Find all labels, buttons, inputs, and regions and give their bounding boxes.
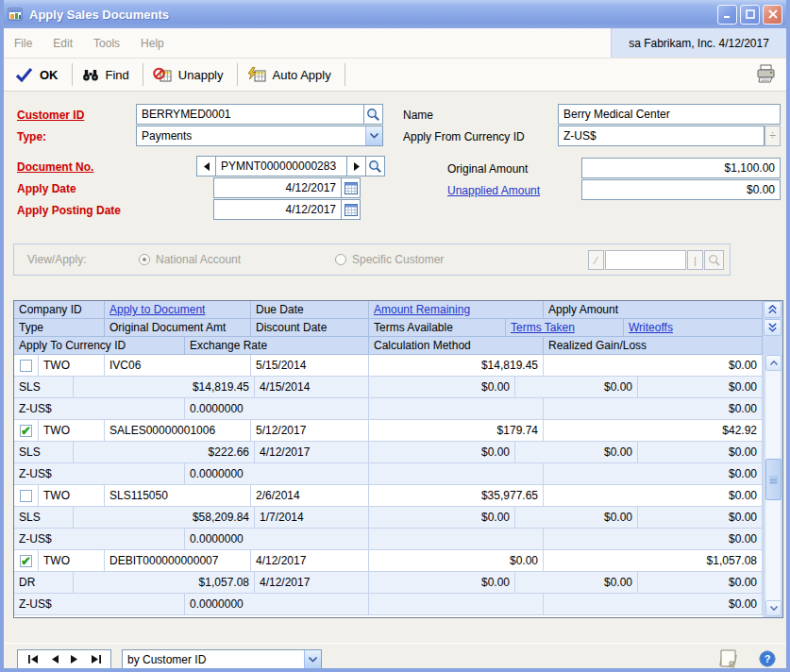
lookup-magnifier-icon — [368, 160, 382, 174]
apply-date-field[interactable]: 4/12/2017 — [213, 177, 361, 198]
nav-last-icon[interactable] — [91, 655, 101, 664]
unapplied-amount-link[interactable]: Unapplied Amount — [447, 184, 540, 197]
amount-remaining-cell: $14,819.45 — [369, 355, 544, 376]
specific-customer-radio — [335, 254, 346, 265]
menu-file[interactable]: File — [4, 37, 42, 50]
type-dropdown-button[interactable] — [365, 126, 382, 145]
apply-checkbox[interactable] — [20, 425, 32, 437]
document-no-label[interactable]: Document No. — [17, 160, 93, 174]
col-original-document-amt: Original Document Amt — [105, 319, 251, 336]
apply-checkbox-cell — [14, 485, 39, 506]
print-button[interactable] — [756, 64, 777, 86]
col-due-date: Due Date — [251, 301, 369, 318]
apply-posting-date-field[interactable]: 4/12/2017 — [213, 199, 361, 220]
doc-row-main: TWODEBIT0000000000074/12/2017$0.00$1,057… — [14, 550, 763, 572]
writeoffs-cell[interactable]: $0.00 — [638, 507, 763, 528]
writeoffs-cell[interactable]: $0.00 — [638, 572, 763, 593]
app-icon — [8, 7, 24, 23]
discount-date-cell: 4/12/2017 — [255, 442, 369, 462]
apply-amount-cell[interactable]: $0.00 — [544, 485, 763, 506]
due-date-cell: 2/6/2014 — [251, 485, 369, 506]
auto-apply-button[interactable]: Auto Apply — [242, 63, 341, 87]
apply-posting-date-calendar-button[interactable] — [341, 200, 360, 219]
document-no-lookup-button[interactable] — [365, 157, 384, 176]
terms-taken-cell[interactable]: $0.00 — [515, 572, 638, 593]
nav-prev-icon[interactable] — [51, 655, 59, 664]
customer-id-field[interactable]: BERRYMED0001 — [136, 104, 383, 125]
collapse-detail-button[interactable] — [764, 301, 782, 318]
ok-button[interactable]: OK — [9, 63, 68, 87]
type-dropdown[interactable]: Payments — [136, 126, 383, 146]
apply-date-label: Apply Date — [17, 182, 76, 195]
sort-dropdown-button[interactable] — [304, 650, 321, 668]
customer-id-label[interactable]: Customer ID — [17, 109, 84, 122]
scroll-down-button[interactable] — [765, 600, 782, 616]
col-writeoffs[interactable]: Writeoffs — [624, 319, 763, 336]
type-label: Type: — [17, 130, 46, 143]
unapplied-amount-value: $0.00 — [582, 183, 780, 196]
apply-amount-cell[interactable]: $42.92 — [544, 420, 763, 441]
scroll-up-button[interactable] — [765, 355, 782, 371]
apply-date-calendar-button[interactable] — [341, 178, 360, 197]
nav-first-icon[interactable] — [28, 655, 39, 664]
toolbar-separator — [237, 63, 238, 86]
document-no-control[interactable]: PYMNT000000000283 — [196, 156, 385, 176]
help-button[interactable]: ? — [759, 650, 776, 667]
minimize-button[interactable] — [717, 5, 737, 25]
col-amount-remaining[interactable]: Amount Remaining — [369, 301, 544, 318]
previous-document-button[interactable] — [197, 157, 216, 176]
minimize-icon — [723, 10, 732, 19]
writeoffs-cell[interactable]: $0.00 — [638, 442, 763, 462]
name-field: Berry Medical Center — [558, 104, 781, 125]
currency-expansion-button[interactable]: ÷ — [765, 126, 781, 146]
apply-checkbox[interactable] — [20, 360, 32, 372]
col-apply-to-currency-id: Apply To Currency ID — [14, 337, 185, 354]
expand-double-down-icon — [768, 323, 777, 332]
unapply-button[interactable]: Unapply — [147, 63, 233, 87]
apply-amount-cell[interactable]: $1,057.08 — [544, 550, 763, 571]
customer-id-lookup-button[interactable] — [363, 105, 382, 124]
note-button[interactable] — [716, 648, 741, 670]
realized-gain-loss-cell: $0.00 — [544, 529, 763, 549]
doc-row-main: TWOSLS1150502/6/2014$35,977.65$0.00 — [14, 485, 763, 507]
toolbar-separator — [143, 63, 143, 86]
type-cell: SLS — [14, 377, 74, 397]
doc-row-detail: SLS$14,819.454/15/2014$0.00$0.00$0.00 — [14, 377, 763, 398]
menu-tools[interactable]: Tools — [83, 37, 130, 50]
writeoffs-cell[interactable]: $0.00 — [638, 377, 763, 397]
sort-by-dropdown[interactable]: by Customer ID — [122, 649, 322, 669]
exchange-rate-cell: 0.0000000 — [185, 463, 369, 484]
menubar: File Edit Tools Help sa Fabrikam, Inc. 4… — [4, 28, 786, 59]
menu-help[interactable]: Help — [130, 37, 175, 50]
col-discount-date: Discount Date — [251, 319, 369, 336]
apply-checkbox[interactable] — [20, 490, 32, 502]
terms-taken-cell[interactable]: $0.00 — [515, 507, 638, 528]
terms-taken-cell[interactable]: $0.00 — [515, 442, 638, 462]
grid-right-column — [763, 301, 782, 617]
col-apply-to-document[interactable]: Apply to Document — [105, 301, 251, 318]
apply-to-currency-cell: Z-US$ — [14, 398, 185, 419]
find-button[interactable]: Find — [76, 63, 139, 86]
menu-edit[interactable]: Edit — [42, 37, 83, 50]
apply-checkbox[interactable] — [20, 555, 32, 567]
close-button[interactable] — [763, 5, 782, 25]
col-terms-taken[interactable]: Terms Taken — [506, 319, 624, 336]
maximize-button[interactable] — [740, 5, 760, 25]
exchange-rate-cell: 0.0000000 — [185, 529, 369, 549]
expand-detail-button[interactable] — [764, 319, 782, 336]
vertical-scrollbar[interactable] — [765, 355, 781, 616]
terms-taken-cell[interactable]: $0.00 — [515, 377, 638, 397]
apply-amount-cell[interactable]: $0.00 — [544, 355, 763, 376]
col-company-id: Company ID — [14, 301, 105, 318]
company-id-cell: TWO — [39, 355, 105, 376]
apply-to-document-cell: SLS115050 — [105, 485, 251, 506]
apply-sales-documents-window: Apply Sales Documents File Edit Tools He… — [0, 0, 790, 672]
original-document-amt-cell: $222.66 — [74, 442, 255, 462]
scrollbar-thumb[interactable] — [765, 459, 782, 500]
nav-next-icon[interactable] — [71, 655, 78, 664]
exchange-rate-cell: 0.0000000 — [185, 594, 369, 614]
calculation-method-cell — [369, 463, 544, 484]
next-document-button[interactable] — [346, 157, 365, 176]
national-account-label: National Account — [156, 253, 241, 266]
amount-remaining-cell: $35,977.65 — [369, 485, 544, 506]
